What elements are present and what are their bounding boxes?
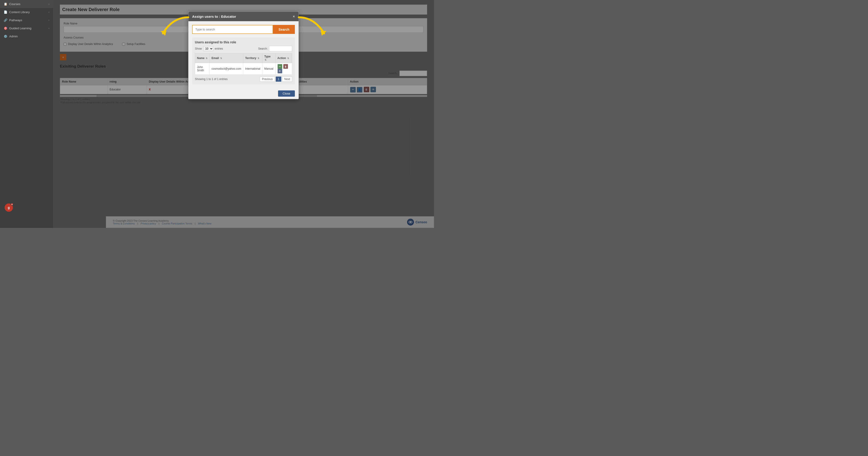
show-entries-right: Search: (258, 46, 292, 52)
cell-email: cosmoduct@yahoo.com (210, 63, 243, 75)
sidebar-item-admin[interactable]: ⚙️ Admin (0, 32, 53, 40)
modal-users-table: Name ⇅ Email ⇅ Territory ⇅ (195, 53, 292, 75)
sort-icon: ⇅ (220, 57, 222, 59)
previous-button[interactable]: Previous (260, 77, 275, 82)
chevron-right-icon: › (49, 27, 49, 30)
table-search-input[interactable] (269, 46, 292, 52)
modal-body: Search Users assigned to this role Show … (188, 21, 299, 88)
sidebar-item-courses[interactable]: 📋 Courses › (0, 0, 53, 8)
sidebar-item-label: Guided Learning (9, 27, 31, 30)
cell-name: John Smith (195, 63, 210, 75)
chevron-right-icon: › (49, 3, 49, 5)
sidebar-item-pathways[interactable]: 🔗 Pathways › (0, 16, 53, 24)
avatar-letter: g (8, 206, 10, 209)
chevron-right-icon: › (49, 19, 49, 22)
main-content: Create New Deliverer Role Role Name Asse… (53, 0, 434, 228)
content-library-icon: 📄 (4, 10, 7, 14)
close-modal-button[interactable]: Close (278, 90, 295, 97)
modal-col-territory: Territory ⇅ (243, 54, 262, 63)
sort-icon: ⇅ (265, 59, 267, 61)
cell-type: Manual (262, 63, 276, 75)
sort-icon: ⇅ (206, 57, 208, 59)
modal-table-row: John Smith cosmoduct@yahoo.com Internati… (195, 63, 292, 75)
sort-icon: ⇅ (257, 57, 259, 59)
modal-col-email: Email ⇅ (210, 54, 243, 63)
pagination-controls: Previous 1 Next (260, 77, 292, 82)
assign-users-modal: Assign users to : Educator × Search User… (188, 11, 299, 99)
sidebar-item-label: Pathways (9, 19, 22, 22)
sidebar-item-content-library[interactable]: 📄 Content Library › (0, 8, 53, 16)
pagination-row: Showing 1 to 1 of 1 entries Previous 1 N… (195, 77, 292, 82)
users-section-title: Users assigned to this role (195, 40, 292, 44)
page-1-button[interactable]: 1 (276, 77, 281, 82)
pathways-icon: 🔗 (4, 19, 7, 22)
modal-col-action: Action ⇅ (276, 54, 292, 63)
sidebar-item-label: Admin (9, 35, 18, 38)
guided-learning-icon: 🎯 (4, 27, 7, 30)
sort-icon: ⇅ (287, 57, 289, 59)
sidebar: 📋 Courses › 📄 Content Library › 🔗 Pathwa… (0, 0, 53, 228)
view-user-button[interactable]: 👁 (278, 69, 282, 73)
avatar[interactable]: g 1 (5, 203, 13, 212)
sidebar-item-guided-learning[interactable]: 🎯 Guided Learning › (0, 24, 53, 32)
modal-col-name: Name ⇅ (195, 54, 210, 63)
edit-user-button[interactable]: ✏ (278, 64, 282, 69)
entries-label: entries (215, 47, 223, 50)
modal-search-button[interactable]: Search (273, 25, 295, 34)
modal-header: Assign users to : Educator × (188, 12, 299, 21)
show-entries-left: Show 10 entries (195, 46, 223, 51)
show-label: Show (195, 47, 202, 50)
next-button[interactable]: Next (282, 77, 292, 82)
search-table-label: Search: (258, 47, 268, 50)
modal-close-button[interactable]: × (293, 15, 295, 19)
cell-actions: ✏ 🗑 👁 (276, 63, 292, 75)
admin-icon: ⚙️ (4, 35, 7, 38)
modal-search-row: Search (192, 25, 295, 34)
notification-badge: 1 (10, 203, 13, 206)
modal-col-type: Type ⇅ (262, 54, 276, 63)
sidebar-item-label: Courses (9, 2, 20, 6)
courses-icon: 📋 (4, 2, 7, 6)
users-section: Users assigned to this role Show 10 entr… (192, 37, 295, 84)
cell-territory: International (243, 63, 262, 75)
chevron-right-icon: › (49, 11, 49, 13)
modal-title: Assign users to : Educator (192, 15, 236, 19)
entries-select[interactable]: 10 (203, 46, 213, 51)
delete-user-button[interactable]: 🗑 (283, 64, 288, 69)
modal-search-input[interactable] (192, 25, 273, 34)
show-entries-row: Show 10 entries Search: (195, 46, 292, 52)
sidebar-item-label: Content Library (9, 10, 30, 14)
showing-text: Showing 1 to 1 of 1 entries (195, 78, 227, 81)
modal-footer: Close (188, 88, 299, 99)
